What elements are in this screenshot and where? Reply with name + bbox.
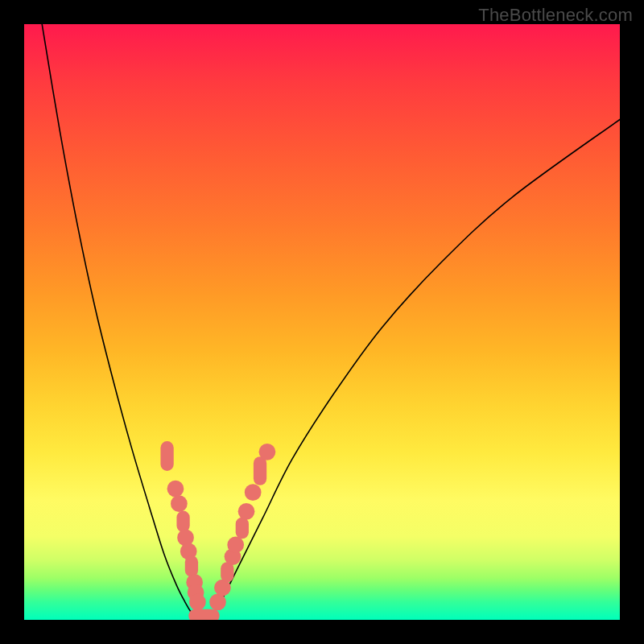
chart-frame: TheBottleneck.com [0,0,644,644]
data-marker [209,593,226,610]
data-marker [254,456,266,485]
curve-layer [42,24,620,620]
data-marker [238,503,255,520]
data-marker [227,536,244,553]
data-marker [188,609,219,620]
plot-area [24,24,620,620]
data-marker [245,484,262,501]
data-marker [221,562,233,582]
data-marker [171,495,188,512]
data-marker [160,441,173,471]
data-marker [189,593,206,610]
data-marker [167,481,184,497]
left_curve-path [42,24,196,620]
data-marker [185,555,198,577]
data-marker [259,444,276,460]
right_curve-path [208,119,620,620]
data-marker [176,511,189,533]
chart-svg [24,24,620,620]
data-marker [236,518,249,539]
marker-layer [160,441,275,620]
data-marker [177,530,194,547]
watermark-text: TheBottleneck.com [478,5,633,26]
